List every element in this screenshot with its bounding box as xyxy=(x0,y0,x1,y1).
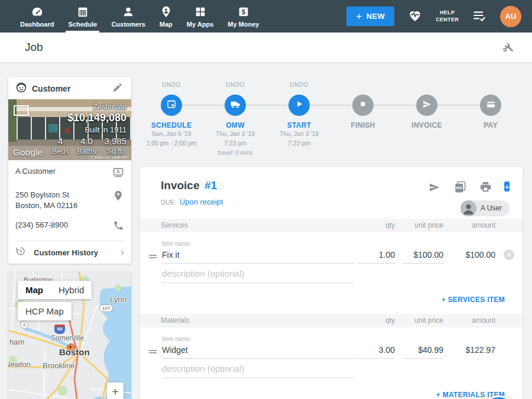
invoice-header: Invoice #1 DUE Upon receipt PDF xyxy=(140,167,523,219)
task-list-icon[interactable] xyxy=(472,8,487,25)
material-item-row: Item name $122.97 xyxy=(140,336,523,359)
material-description-input[interactable] xyxy=(162,361,353,378)
finish-step-button[interactable] xyxy=(352,95,374,116)
customer-phone: (234) 567-8900 xyxy=(15,220,68,231)
calendar-icon xyxy=(76,5,89,18)
send-invoice-button[interactable] xyxy=(427,180,442,193)
truck-icon xyxy=(230,99,241,112)
nav-item-my-apps[interactable]: My Apps xyxy=(180,0,220,33)
route-107-shield: 107 xyxy=(99,304,113,312)
nav-item-dashboard[interactable]: Dashboard xyxy=(13,0,61,33)
assignee-avatar xyxy=(460,200,476,216)
add-services-item-link[interactable]: + SERVICES ITEM xyxy=(438,295,508,304)
invoice-number: #1 xyxy=(205,179,217,192)
step-time: 1:00 pm - 2:00 pm xyxy=(140,139,203,148)
nav-label: Dashboard xyxy=(20,21,54,28)
omw-step-button[interactable] xyxy=(225,95,246,116)
add-materials-row: + MATERIALS ITEM xyxy=(140,378,523,399)
due-terms-link[interactable]: Upon receipt xyxy=(180,197,223,206)
sqft-value: 3,985 xyxy=(104,136,126,146)
edit-customer-button[interactable] xyxy=(111,81,124,96)
built-year: Built in 1911 xyxy=(67,125,126,134)
customer-name-row: A Customer xyxy=(15,160,124,184)
materials-section-label: Materials xyxy=(161,316,353,325)
zoom-in-button[interactable]: + xyxy=(107,382,124,399)
material-name-input[interactable] xyxy=(162,343,353,359)
map-zoom-control: + − xyxy=(107,382,124,399)
nav-item-schedule[interactable]: Schedule xyxy=(61,0,104,33)
photo-copyright: © Zillow, Inc. 2006-2017 xyxy=(91,155,129,159)
service-item-row: Item name $100.00 × xyxy=(140,241,523,264)
user-avatar[interactable]: AU xyxy=(500,6,521,27)
undo-spacer xyxy=(395,82,459,90)
baths-label: Baths xyxy=(77,147,96,155)
print-button[interactable] xyxy=(479,180,492,193)
nav-label: My Apps xyxy=(187,21,213,28)
start-step-button[interactable] xyxy=(288,95,310,116)
customer-info: A Customer 250 Boylston St Boston, MA 02… xyxy=(8,160,131,264)
zestimate-value: $10,149,080 xyxy=(67,112,126,124)
person-pin-icon xyxy=(160,5,173,18)
due-row: DUE Upon receipt xyxy=(161,196,510,207)
pdf-button[interactable]: PDF xyxy=(453,180,467,193)
customer-history-row[interactable]: Customer History › xyxy=(15,241,124,264)
material-description-row xyxy=(140,361,523,378)
customer-card-title: Customer xyxy=(32,84,70,93)
sqft-label: Sq.ft. xyxy=(107,147,124,155)
new-button[interactable]: + NEW xyxy=(346,7,394,26)
nav-label: Customers xyxy=(111,21,145,28)
nav-item-map[interactable]: Map xyxy=(153,0,180,33)
service-qty-input[interactable] xyxy=(357,248,395,264)
drag-handle[interactable] xyxy=(149,254,157,259)
material-amount: $122.97 xyxy=(443,345,495,359)
nav-item-customers[interactable]: Customers xyxy=(104,0,152,33)
service-name-input[interactable] xyxy=(162,248,353,264)
step-omw: UNDO OMW Thu, Jan 3 '19 7:23 pm travel: … xyxy=(203,82,267,157)
hcp-map-button[interactable]: HCP Map xyxy=(18,302,72,320)
undo-spacer xyxy=(459,82,523,90)
service-price-input[interactable] xyxy=(402,248,443,264)
plus-square-icon: + xyxy=(504,181,510,192)
undo-omw-link[interactable]: UNDO xyxy=(203,82,267,90)
add-invoice-button[interactable]: + xyxy=(504,180,510,193)
travel-note: travel: 0 mins xyxy=(203,148,267,157)
health-heart-icon[interactable] xyxy=(407,8,423,25)
help-center-link[interactable]: HELP CENTER xyxy=(436,9,459,23)
left-column: Customer Zestimate $10,149,080 Built in … xyxy=(8,77,131,399)
step-invoice: INVOICE xyxy=(395,82,459,157)
map-type-buttons: Map Hybrid xyxy=(18,281,92,299)
undo-start-link[interactable]: UNDO xyxy=(267,82,331,90)
service-amount: $100.00 xyxy=(443,250,495,264)
assigned-user-chip[interactable]: A User xyxy=(460,200,510,216)
help-center-line1: HELP xyxy=(436,9,459,17)
contact-card-icon xyxy=(112,166,124,180)
location-pin-icon xyxy=(112,190,124,204)
drag-handle[interactable] xyxy=(149,349,157,355)
schedule-step-button[interactable] xyxy=(161,95,182,116)
credit-card-icon xyxy=(486,99,496,112)
map-button[interactable]: Map xyxy=(18,281,51,299)
service-description-input[interactable] xyxy=(162,266,353,283)
right-column: UNDO SCHEDULE Sun, Jan 6 '19 1:00 pm - 2… xyxy=(140,77,523,399)
undo-schedule-link[interactable]: UNDO xyxy=(140,82,203,90)
pay-step-button[interactable] xyxy=(480,95,501,116)
beds-label: Beds xyxy=(52,147,69,155)
map-label-brookline: Brookline xyxy=(43,361,74,370)
step-label: FINISH xyxy=(331,121,395,129)
step-label: INVOICE xyxy=(395,121,459,129)
material-qty-input[interactable] xyxy=(357,343,395,359)
apps-grid-icon xyxy=(194,5,207,18)
nav-item-my-money[interactable]: $ My Money xyxy=(220,0,266,33)
map-label-waltham: ham xyxy=(9,338,24,346)
invoice-step-button[interactable] xyxy=(416,95,437,116)
invoice-title: Invoice xyxy=(161,179,199,192)
map-card[interactable]: Burlington Lynn 107 2 93 Somerville ham … xyxy=(8,271,131,399)
job-tools-button[interactable] xyxy=(499,38,517,57)
invoice-card: Invoice #1 DUE Upon receipt PDF xyxy=(140,167,523,399)
property-photo[interactable]: Zestimate $10,149,080 Built in 1911 4 4.… xyxy=(8,99,131,160)
step-label: OMW xyxy=(203,121,267,129)
material-price-input[interactable] xyxy=(402,343,443,359)
hybrid-button[interactable]: Hybrid xyxy=(51,281,92,299)
unit-price-column-header: unit price xyxy=(395,221,443,229)
delete-service-item-button[interactable]: × xyxy=(504,249,514,260)
